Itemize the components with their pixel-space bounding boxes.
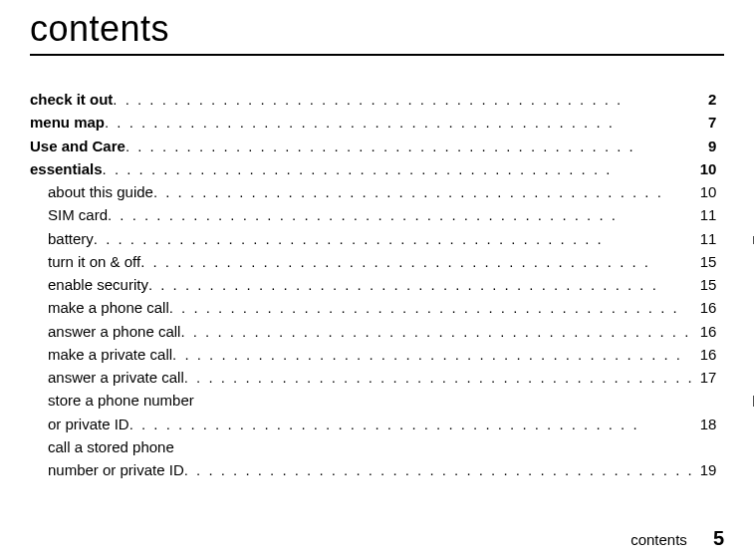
toc-label: store a phone number [48,389,194,412]
toc-leader-dots [180,320,693,343]
toc-entry: about this guide10 [30,180,716,203]
toc-leader-dots [108,203,694,226]
toc-entry: call a stored phone [30,435,716,458]
toc-leader-dots [184,458,694,481]
toc-entry: SIM card11 [30,203,716,226]
toc-page-number: 11 [694,203,717,226]
toc-page-number: 16 [694,296,717,319]
toc-label-wrap: enable security [30,273,694,296]
toc-entry: turn it on & off15 [30,250,716,273]
toc-label: battery [48,227,94,250]
toc-label-wrap: number or private ID [30,458,694,481]
toc-label: about this guide [48,180,153,203]
toc-label: Use and Care [30,135,126,157]
toc-page-number: 2 [694,88,716,111]
toc-label-wrap: turn it on & off [30,250,694,273]
footer: contents 5 [630,527,724,550]
toc-page-number: 15 [694,250,717,273]
toc-page-number: 7 [694,111,716,134]
toc-label: make a private call [48,343,172,366]
title-rule: contents [30,8,724,56]
toc-entry: or private ID18 [30,413,716,435]
footer-page-number: 5 [713,527,724,550]
toc-label: enable security [48,273,148,296]
toc-label-wrap: answer a phone call [30,320,694,343]
toc-page-number: 17 [694,366,717,389]
toc-label: essentials [30,157,103,180]
toc-column-1: check it out2menu map7Use and Care9essen… [30,88,716,506]
toc-label-wrap: answer a private call [30,366,694,389]
toc-page-number: 15 [694,273,717,296]
toc-entry: store a phone number [30,389,716,412]
toc-label: call a stored phone [48,435,174,458]
toc-leader-dots [148,273,694,296]
toc-page-number: 16 [694,320,717,343]
toc-page-number: 19 [694,458,717,481]
toc-label: answer a phone call [48,320,180,343]
toc-label-wrap: check it out [30,88,694,111]
toc-label-wrap: battery [30,227,694,250]
toc-label: menu map [30,111,105,134]
toc-label-wrap: SIM card [30,203,694,226]
toc-entry: make a private call16 [30,343,716,366]
toc-leader-dots [140,250,694,273]
toc-label-wrap: about this guide [30,180,694,203]
toc-leader-dots [126,135,694,157]
toc-leader-dots [172,343,694,366]
toc-label: turn it on & off [48,250,140,273]
toc-leader-dots [153,180,694,203]
toc-leader-dots [105,111,694,134]
toc-leader-dots [103,157,694,180]
toc-label-wrap: Use and Care [30,135,694,157]
toc-entry: answer a private call17 [30,366,716,389]
toc-entry: Use and Care9 [30,135,716,157]
toc-page-number: 10 [694,180,717,203]
toc-leader-dots [94,227,694,250]
toc-label: or private ID [48,413,129,435]
toc-entry: number or private ID19 [30,458,716,481]
toc-label-wrap: call a stored phone [30,435,716,458]
toc-page-number: 9 [694,135,716,157]
toc-label-wrap: make a phone call [30,296,694,319]
toc-label: check it out [30,88,113,111]
toc-page-number: 10 [694,157,717,180]
toc-page-number: 11 [694,227,717,250]
footer-label: contents [630,531,687,548]
toc-entry: make a phone call16 [30,296,716,319]
toc-label-wrap: menu map [30,111,694,134]
toc-label-wrap: or private ID [30,413,694,435]
toc-entry: answer a phone call16 [30,320,716,343]
toc-label: number or private ID [48,458,184,481]
page-title: contents [30,8,724,50]
toc-entry: essentials10 [30,157,716,180]
toc-label-wrap: essentials [30,157,694,180]
toc-leader-dots [184,366,694,389]
toc-entry: enable security15 [30,273,716,296]
toc-label-wrap: store a phone number [30,389,716,412]
toc-entry: menu map7 [30,111,716,134]
toc-label: make a phone call [48,296,169,319]
toc-page-number: 18 [694,413,717,435]
toc-entry: check it out2 [30,88,716,111]
toc-leader-dots [169,296,694,319]
toc-entry: battery11 [30,227,716,250]
toc-leader-dots [113,88,694,111]
toc-page-number: 16 [694,343,717,366]
toc-columns: check it out2menu map7Use and Care9essen… [30,88,724,506]
toc-label-wrap: make a private call [30,343,694,366]
toc-label: answer a private call [48,366,184,389]
toc-label: SIM card [48,203,108,226]
toc-leader-dots [129,413,694,435]
page: contents check it out2menu map7Use and C… [0,0,754,560]
